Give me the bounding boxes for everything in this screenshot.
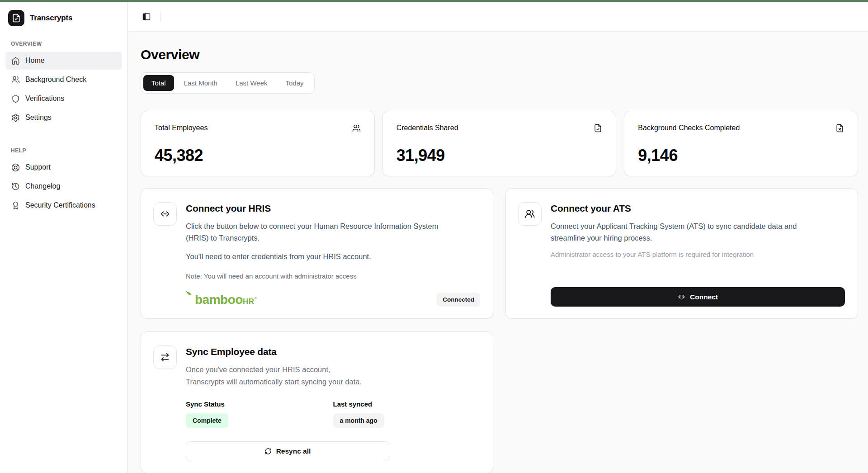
time-range-tabs: Total Last Month Last Week Today	[141, 72, 315, 94]
sidebar-item-label: Home	[25, 57, 45, 65]
sidebar: Transcrypts OVERVIEW Home Background Che…	[0, 2, 128, 473]
sync-status-badge: Complete	[186, 413, 228, 428]
topbar	[128, 2, 868, 32]
app-shell: Transcrypts OVERVIEW Home Background Che…	[0, 2, 868, 473]
page-title: Overview	[141, 47, 858, 62]
users-round-icon	[518, 202, 542, 226]
sidebar-item-settings[interactable]: Settings	[5, 109, 122, 127]
topbar-divider	[160, 12, 161, 22]
sidebar-item-label: Security Certifications	[25, 201, 95, 209]
stat-label: Background Checks Completed	[638, 124, 740, 132]
sidebar-item-changelog[interactable]: Changelog	[5, 177, 122, 195]
bamboohr-logo: bambooHR®	[186, 293, 257, 306]
life-buoy-icon	[11, 163, 20, 172]
sidebar-item-label: Settings	[25, 114, 52, 122]
sidebar-item-label: Changelog	[25, 182, 60, 190]
code-connect-icon	[153, 202, 177, 226]
sidebar-item-label: Background Check	[25, 76, 86, 84]
hris-card-title: Connect your HRIS	[186, 203, 480, 214]
hris-card: Connect your HRIS Click the button below…	[141, 188, 493, 319]
connected-status-badge: Connected	[437, 293, 480, 307]
file-x-icon	[835, 124, 844, 134]
sidebar-section-help-label: HELP	[11, 147, 122, 154]
ats-card: Connect your ATS Connect your Applicant …	[505, 188, 858, 319]
last-synced-column: Last synced a month ago	[333, 400, 481, 428]
users-icon	[352, 124, 361, 134]
tab-last-week[interactable]: Last Week	[227, 75, 276, 91]
sidebar-item-home[interactable]: Home	[5, 52, 122, 70]
brand-name: Transcrypts	[30, 14, 72, 23]
stat-value: 9,146	[638, 146, 844, 165]
sync-card-row: Sync Employee data Once you've connected…	[141, 331, 493, 473]
ats-admin-note: Administrator access to your ATS platfor…	[551, 251, 845, 258]
last-synced-badge: a month ago	[333, 413, 384, 428]
sidebar-toggle-button[interactable]	[139, 9, 154, 24]
stat-label: Credentials Shared	[396, 124, 458, 132]
main-area: Overview Total Last Month Last Week Toda…	[128, 32, 868, 473]
stat-value: 31,949	[396, 146, 603, 165]
tab-last-month[interactable]: Last Month	[176, 75, 226, 91]
sync-status-columns: Sync Status Complete Last synced a month…	[186, 400, 480, 428]
transcrypts-logo-icon	[8, 10, 24, 26]
sidebar-item-label: Verifications	[25, 95, 64, 103]
last-synced-label: Last synced	[333, 400, 481, 408]
home-icon	[11, 56, 20, 65]
sync-card-description: Once you've connected your HRIS account,…	[186, 364, 480, 388]
ats-card-description: Connect your Applicant Tracking System (…	[551, 220, 845, 244]
sync-card-title: Sync Employee data	[186, 346, 480, 357]
sync-employee-data-card: Sync Employee data Once you've connected…	[141, 331, 493, 473]
panel-left-icon	[142, 12, 151, 21]
tab-total[interactable]: Total	[143, 75, 174, 91]
refresh-icon	[264, 448, 272, 455]
tab-today[interactable]: Today	[278, 75, 312, 91]
sync-status-column: Sync Status Complete	[186, 400, 333, 428]
integration-cards-row: Connect your HRIS Click the button below…	[141, 188, 858, 319]
award-icon	[11, 201, 20, 210]
sidebar-item-label: Support	[25, 163, 51, 171]
resync-all-button[interactable]: Resync all	[186, 441, 389, 461]
code-connect-icon	[678, 293, 685, 301]
sidebar-item-verifications[interactable]: Verifications	[5, 90, 122, 108]
stats-row: Total Employees 45,382	[141, 111, 858, 176]
sync-status-label: Sync Status	[186, 400, 333, 408]
history-icon	[11, 182, 20, 191]
content-column: Overview Total Last Month Last Week Toda…	[128, 2, 868, 473]
bamboo-leaf-icon	[186, 291, 195, 299]
hris-card-credentials-note: You'll need to enter credentials from yo…	[186, 251, 480, 262]
stat-card-total-employees: Total Employees 45,382	[141, 111, 375, 176]
gear-icon	[11, 113, 20, 122]
stat-value: 45,382	[155, 146, 361, 165]
stat-label: Total Employees	[155, 124, 208, 132]
sidebar-item-background-check[interactable]: Background Check	[5, 71, 122, 89]
file-check-icon	[594, 124, 602, 134]
users-icon	[11, 75, 20, 84]
ats-card-title: Connect your ATS	[551, 203, 845, 214]
hris-footer: bambooHR® Connected	[186, 280, 480, 307]
stat-card-background-checks: Background Checks Completed 9,146	[624, 111, 858, 176]
shield-icon	[11, 94, 20, 103]
sidebar-item-security-certifications[interactable]: Security Certifications	[5, 196, 122, 214]
sidebar-section-overview-label: OVERVIEW	[11, 41, 122, 47]
connect-ats-button[interactable]: Connect	[551, 287, 845, 307]
stat-card-credentials-shared: Credentials Shared 31,949	[382, 111, 617, 176]
arrows-right-left-icon	[153, 345, 177, 369]
hris-admin-note: Note: You will need an account with admi…	[186, 272, 480, 280]
brand: Transcrypts	[5, 8, 122, 27]
hris-card-description: Click the button below to connect your H…	[186, 220, 480, 244]
sidebar-item-support[interactable]: Support	[5, 158, 122, 176]
